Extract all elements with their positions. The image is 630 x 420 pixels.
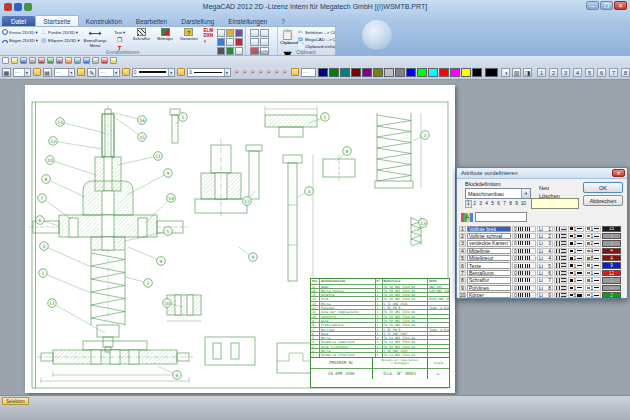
attribute-name-field[interactable]: Mittellinie (467, 248, 511, 254)
dialog-close-icon[interactable]: ✕ (612, 169, 625, 177)
attribute-dialog[interactable]: Attribute vordefinieren ✕ Blockdefinitio… (456, 167, 628, 299)
block-name-input[interactable] (531, 198, 579, 209)
magnifier-icon[interactable]: ⌕ (257, 67, 265, 77)
palette-swatch[interactable] (362, 68, 372, 77)
magnifier-icon[interactable]: ⌕ (281, 67, 289, 77)
layer-button-7[interactable]: 7 (609, 68, 618, 77)
palette-swatch[interactable] (428, 68, 438, 77)
hatch-button[interactable] (554, 233, 567, 239)
linewidth-selector[interactable]: 1 (568, 255, 584, 261)
quick-tool-icon[interactable] (47, 57, 54, 64)
minimize-icon[interactable]: – (586, 1, 599, 10)
tool-icon[interactable] (235, 38, 243, 46)
text-menu-button[interactable]: Text▾ (111, 28, 129, 36)
block-tab-10[interactable]: 10 (520, 200, 527, 208)
group-combo[interactable]: ···▾ (13, 68, 31, 77)
hatch-button[interactable] (554, 277, 567, 283)
drawing-canvas[interactable]: 13121087616151191453117246105182312913 P… (25, 85, 455, 393)
color-combo[interactable]: ··· (301, 68, 317, 77)
layer-folder-icon[interactable] (33, 68, 41, 76)
color-button[interactable]: 0 (602, 240, 621, 246)
color-button[interactable]: 15 (602, 226, 621, 232)
quick-tool-icon[interactable] (56, 57, 63, 64)
color-folder-icon[interactable] (291, 68, 299, 76)
punkte-button[interactable]: ∴Punkte 2D/3D▾ (40, 28, 80, 36)
quick-tool-icon[interactable] (2, 57, 9, 64)
attribute-name-field[interactable]: Polylines (467, 285, 511, 291)
pattern-icon[interactable]: ▥ (512, 68, 521, 77)
selektion-clipboard-button[interactable]: ✂Selektion --> Clipboard (297, 29, 336, 36)
hatch-button[interactable] (554, 285, 567, 291)
cancel-button[interactable]: Abbrechen (583, 195, 623, 206)
kreise-button[interactable]: Kreise 2D/3D▾ (2, 28, 38, 36)
layer-button-6[interactable]: 6 (597, 68, 606, 77)
clipboard-einfuegen-button[interactable]: 📄Clipboard einfügen (297, 43, 336, 50)
hatch-button[interactable] (554, 240, 567, 246)
palette-swatch[interactable] (329, 68, 339, 77)
hatch-button[interactable] (554, 292, 567, 298)
text-style-icon[interactable]: ❒ (111, 36, 129, 44)
linestyle-selector[interactable]: 1 (585, 226, 601, 232)
color-button[interactable]: 0 (602, 277, 621, 283)
megacad-clipboard-button[interactable]: ⧉MegaCAD --> Clipboard (297, 36, 336, 43)
bw-icon[interactable]: ◨ (523, 68, 532, 77)
tab-einstellungen[interactable]: Einstellungen (221, 16, 274, 26)
linewidth-selector[interactable]: 1 (568, 226, 584, 232)
style-folder-icon[interactable] (177, 68, 185, 76)
color-button[interactable]: 0 (602, 285, 621, 291)
tool-icon[interactable] (226, 29, 234, 37)
tab-konstruktion[interactable]: Konstruktion (79, 16, 129, 26)
layer-selector[interactable]: Li6 (537, 270, 553, 276)
palette-swatch[interactable] (395, 68, 405, 77)
view-icon[interactable] (260, 29, 269, 37)
color-button[interactable]: 12 (602, 270, 621, 276)
ellipsen-button[interactable]: ◎Ellipsen 2D/3D▾ (40, 36, 80, 44)
linestyle-selector[interactable]: 1 (585, 285, 601, 291)
palette-swatch[interactable] (417, 68, 427, 77)
layer-button-1[interactable]: 1 (537, 68, 546, 77)
attribute-name-field[interactable]: Körper (467, 292, 511, 298)
pen-button[interactable]: 0 (512, 277, 536, 283)
blockdefinition-combo[interactable]: Maschinenbau▼ (465, 188, 531, 199)
layer-button-5[interactable]: 5 (585, 68, 594, 77)
palette-swatch[interactable] (373, 68, 383, 77)
quick-tool-icon[interactable] (29, 57, 36, 64)
layer-selector[interactable]: Li1 (537, 226, 553, 232)
linewidth-combo[interactable]: 0▾ (132, 68, 175, 77)
view-icon[interactable] (260, 38, 269, 46)
quick-tool-icon[interactable] (20, 57, 27, 64)
color-button[interactable]: 4 (602, 255, 621, 261)
hatch-button[interactable] (554, 270, 567, 276)
attribute-name-field[interactable]: Schraffur (467, 277, 511, 283)
linestyle-selector[interactable]: 1 (585, 233, 601, 239)
linestyle-selector[interactable]: 1 (585, 270, 601, 276)
layer-button-8[interactable]: 8 (621, 68, 630, 77)
linewidth-selector[interactable]: 2 (568, 240, 584, 246)
linestyle-selector[interactable]: 1 (585, 262, 601, 268)
attribute-name-field[interactable]: verdeckte Kanten (467, 240, 511, 246)
tab-[interactable]: ? (274, 16, 292, 26)
width-folder-icon[interactable] (122, 68, 130, 76)
pen-button[interactable]: 0 (512, 285, 536, 291)
tool-icon[interactable] (217, 29, 225, 37)
layer-selector[interactable]: Li8 (537, 285, 553, 291)
pen-button[interactable]: 0 (512, 240, 536, 246)
layer-selector[interactable]: Li7 (537, 277, 553, 283)
color-button[interactable]: 0 (602, 233, 621, 239)
magnifier-icon[interactable]: ⌕ (273, 67, 281, 77)
quick-tool-icon[interactable] (74, 57, 81, 64)
color-wheel-icon[interactable]: ◑ (501, 68, 510, 77)
pen-button[interactable]: 0 (512, 248, 536, 254)
quick-tool-icon[interactable] (11, 57, 18, 64)
layer-button-2[interactable]: 2 (549, 68, 558, 77)
linestyle-selector[interactable]: 1 (585, 292, 601, 298)
maximize-icon[interactable]: ❐ (600, 1, 613, 10)
palette-swatch[interactable] (340, 68, 350, 77)
attribute-name-field[interactable]: Mittelkreuz (467, 255, 511, 261)
tab-darstellung[interactable]: Darstellung (174, 16, 221, 26)
chevron-down-icon[interactable]: ▼ (521, 189, 530, 198)
close-icon[interactable]: ✕ (614, 1, 627, 10)
magnifier-icon[interactable]: ⌕ (233, 67, 241, 77)
quick-tool-icon[interactable] (83, 57, 90, 64)
linewidth-selector[interactable]: 1 (568, 285, 584, 291)
